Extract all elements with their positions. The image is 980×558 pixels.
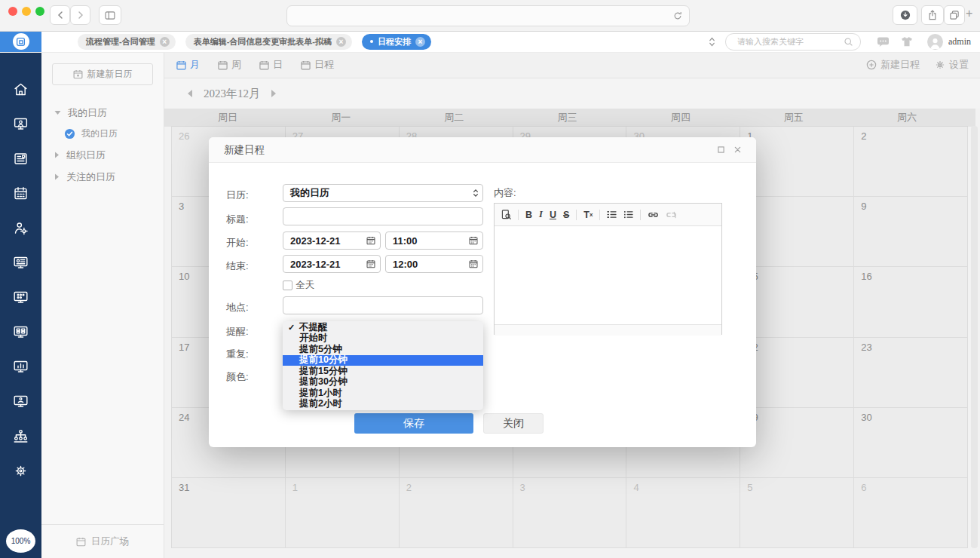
start-date-input[interactable]: 2023-12-21 xyxy=(283,231,381,250)
browser-downloads-button[interactable] xyxy=(893,5,917,25)
calendar-day-cell[interactable]: 2 xyxy=(854,127,968,197)
date-picker-icon[interactable] xyxy=(366,236,375,245)
save-button[interactable]: 保存 xyxy=(354,413,473,434)
prev-month-icon[interactable] xyxy=(186,89,193,98)
browser-tabs-button[interactable] xyxy=(944,5,965,25)
time-picker-icon[interactable] xyxy=(469,259,478,268)
scrollbar[interactable] xyxy=(971,126,978,548)
form-icon[interactable] xyxy=(13,150,29,167)
bullet-list-icon[interactable] xyxy=(623,210,633,219)
view-tab-周[interactable]: 周 xyxy=(218,58,241,72)
calendar-group-expanded[interactable]: 我的日历 xyxy=(41,102,164,124)
calendar-day-cell[interactable]: 3 xyxy=(513,478,627,548)
header-tab[interactable]: 日程安排× xyxy=(362,34,431,50)
calendar-day-cell[interactable]: 5 xyxy=(740,478,854,548)
calendar-day-cell[interactable]: 1 xyxy=(286,478,400,548)
home-icon[interactable] xyxy=(13,81,29,97)
end-time-input[interactable]: 12:00 xyxy=(385,255,483,273)
collapse-expand-chevrons-icon[interactable] xyxy=(709,36,715,48)
messages-icon[interactable] xyxy=(877,36,890,48)
tab-close-icon[interactable]: × xyxy=(160,37,170,47)
end-date-input[interactable]: 2023-12-21 xyxy=(283,255,381,273)
allday-checkbox[interactable] xyxy=(283,281,292,290)
time-picker-icon[interactable] xyxy=(469,236,478,245)
new-tab-plus-icon[interactable]: + xyxy=(966,7,972,20)
strikethrough-icon[interactable]: S xyxy=(563,210,569,220)
new-event-button[interactable]: 新建日程 xyxy=(866,58,920,72)
zoom-level-badge[interactable]: 100% xyxy=(6,529,35,553)
browser-forward-button[interactable] xyxy=(70,5,90,25)
calendar-day-cell[interactable]: 29 xyxy=(740,408,854,478)
settings-button[interactable]: 设置 xyxy=(935,58,969,72)
settings-icon[interactable] xyxy=(13,462,29,479)
reminder-option[interactable]: 提前2小时 xyxy=(283,399,483,410)
calendar-day-cell[interactable]: 30 xyxy=(854,408,968,478)
user-avatar[interactable] xyxy=(927,34,943,50)
view-tab-日程[interactable]: 日程 xyxy=(301,58,334,72)
header-tab[interactable]: 流程管理-合同管理× xyxy=(78,34,176,50)
browser-sidebar-toggle[interactable] xyxy=(99,5,121,25)
preview-icon[interactable] xyxy=(501,210,511,219)
italic-icon[interactable]: I xyxy=(539,209,543,220)
search-icon[interactable] xyxy=(844,37,853,47)
app-logo[interactable] xyxy=(0,31,41,52)
calendar-icon[interactable] xyxy=(13,185,29,201)
calendar-group-collapsed[interactable]: 关注的日历 xyxy=(41,166,164,188)
modal-close-icon[interactable] xyxy=(734,146,741,153)
url-bar[interactable] xyxy=(286,5,690,26)
search-input[interactable] xyxy=(736,34,844,50)
calendar-day-cell[interactable]: 6 xyxy=(854,478,968,548)
window-close-button[interactable] xyxy=(8,7,17,16)
tab-close-icon[interactable]: × xyxy=(336,37,346,47)
window-minimize-button[interactable] xyxy=(22,7,31,16)
allday-checkbox-row[interactable]: 全天 xyxy=(283,279,314,292)
close-button[interactable]: 关闭 xyxy=(483,413,544,434)
new-calendar-button[interactable]: 新建新日历 xyxy=(52,63,153,85)
tab-close-icon[interactable]: × xyxy=(415,37,425,47)
org-chart-icon[interactable] xyxy=(13,428,29,444)
start-time-input[interactable]: 11:00 xyxy=(385,231,483,250)
screen-id-icon[interactable] xyxy=(13,254,29,271)
calendar-day-cell[interactable]: 8 xyxy=(740,197,854,267)
next-month-icon[interactable] xyxy=(271,89,277,98)
browser-back-button[interactable] xyxy=(50,5,70,25)
calendar-square-link[interactable]: 日历广场 xyxy=(41,524,164,558)
calendar-day-cell[interactable]: 16 xyxy=(854,267,968,337)
screen-grid-icon[interactable] xyxy=(13,323,29,340)
underline-icon[interactable]: U xyxy=(550,210,556,220)
title-input[interactable] xyxy=(283,207,483,225)
calendar-day-cell[interactable]: 1 xyxy=(740,127,854,197)
screen-apps-icon[interactable] xyxy=(13,289,29,305)
theme-shirt-icon[interactable] xyxy=(901,36,913,47)
reload-icon[interactable] xyxy=(673,11,682,20)
calendar-item[interactable]: 我的日历 xyxy=(41,124,164,144)
editor-text-area[interactable] xyxy=(495,226,721,324)
weekday-label: 周一 xyxy=(284,109,397,127)
calendar-day-cell[interactable]: 15 xyxy=(740,267,854,337)
modal-maximize-icon[interactable] xyxy=(718,146,724,153)
screen-stats-icon[interactable] xyxy=(13,358,29,375)
link-icon[interactable] xyxy=(648,211,659,219)
view-tab-月[interactable]: 月 xyxy=(176,58,200,72)
calendar-day-cell[interactable]: 4 xyxy=(626,478,740,548)
calendar-day-cell[interactable]: 2 xyxy=(400,478,513,548)
window-zoom-button[interactable] xyxy=(35,7,44,16)
bold-icon[interactable]: B xyxy=(525,210,532,220)
ordered-list-icon[interactable] xyxy=(607,210,617,219)
calendar-day-cell[interactable]: 22 xyxy=(740,338,854,408)
browser-share-button[interactable] xyxy=(921,5,944,25)
location-input[interactable] xyxy=(283,296,483,314)
checked-circle-icon[interactable] xyxy=(64,128,75,140)
calendar-group-collapsed[interactable]: 组织日历 xyxy=(41,144,164,166)
calendar-day-cell[interactable]: 23 xyxy=(854,338,968,408)
calendar-day-cell[interactable]: 9 xyxy=(854,197,968,267)
meeting-icon[interactable] xyxy=(13,115,29,132)
screen-hand-icon[interactable] xyxy=(13,393,29,409)
calendar-day-cell[interactable]: 31 xyxy=(172,478,286,548)
remove-format-icon[interactable]: Tx xyxy=(583,210,593,220)
user-settings-icon[interactable] xyxy=(13,219,29,236)
date-picker-icon[interactable] xyxy=(366,259,375,268)
view-tab-日[interactable]: 日 xyxy=(259,58,283,72)
header-tab[interactable]: 表单编辑-合同信息变更审批表单-拟稿× xyxy=(185,34,352,50)
calendar-select[interactable]: 我的日历 xyxy=(283,184,483,202)
